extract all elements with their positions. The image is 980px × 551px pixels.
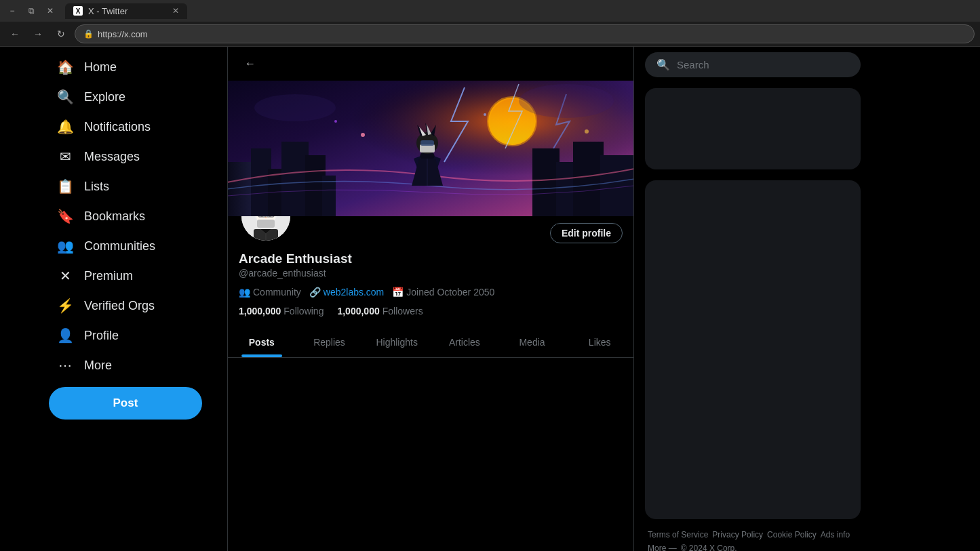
- svg-point-30: [519, 84, 614, 118]
- sidebar-item-label-notifications: Notifications: [84, 120, 151, 134]
- right-sidebar: 🔍 Search Terms of ServicePrivacy PolicyC…: [634, 47, 871, 551]
- search-icon: 🔍: [656, 58, 670, 71]
- sidebar-item-premium[interactable]: ✕ Premium: [49, 261, 219, 291]
- app-container: 🏠 Home 🔍 Explore 🔔 Notifications ✉ Messa…: [0, 47, 980, 551]
- svg-rect-10: [532, 148, 560, 216]
- tab-replies[interactable]: Replies: [296, 327, 364, 357]
- back-bar: ←: [228, 47, 633, 81]
- following-label: Following: [283, 306, 324, 317]
- main-content: ←: [227, 47, 634, 551]
- meta-community-text: Community: [253, 287, 301, 298]
- sidebar-item-lists[interactable]: 📋 Lists: [49, 171, 219, 201]
- svg-point-48: [265, 217, 267, 218]
- explore-icon: 🔍: [57, 89, 73, 105]
- sidebar: 🏠 Home 🔍 Explore 🔔 Notifications ✉ Messa…: [41, 47, 227, 551]
- meta-website-text: web2labs.com: [324, 287, 385, 298]
- tab-close-btn[interactable]: ✕: [172, 6, 179, 16]
- svg-rect-7: [281, 142, 309, 216]
- window-controls: − ⧉ ✕: [5, 6, 57, 16]
- tab-likes[interactable]: Likes: [566, 327, 633, 357]
- edit-profile-button[interactable]: Edit profile: [550, 223, 623, 243]
- svg-rect-13: [600, 155, 633, 216]
- tab-media[interactable]: Media: [498, 327, 566, 357]
- search-placeholder: Search: [677, 59, 709, 70]
- followers-stat[interactable]: 1,000,000 Followers: [337, 306, 423, 317]
- sidebar-item-label-profile: Profile: [84, 329, 119, 343]
- sidebar-item-bookmarks[interactable]: 🔖 Bookmarks: [49, 201, 219, 231]
- verified-orgs-icon: ⚡: [57, 298, 73, 314]
- sidebar-item-more[interactable]: ⋯ More: [49, 350, 219, 380]
- footer-link[interactable]: Ads info: [821, 530, 850, 539]
- tab-highlights[interactable]: Highlights: [363, 327, 431, 357]
- browser-titlebar: − ⧉ ✕ X X - Twitter ✕: [0, 0, 980, 22]
- browser-tab[interactable]: X X - Twitter ✕: [65, 3, 187, 19]
- browser-chrome: − ⧉ ✕ X X - Twitter ✕ ← → ↻ 🔒 https://x.…: [0, 0, 980, 47]
- tab-articles[interactable]: Articles: [431, 327, 498, 357]
- following-stat[interactable]: 1,000,000 Following: [239, 306, 324, 317]
- svg-point-32: [484, 113, 486, 116]
- tab-title: X - Twitter: [88, 6, 128, 16]
- url-text: https://x.com: [98, 29, 148, 39]
- sidebar-item-label-more: More: [84, 359, 112, 373]
- followers-label: Followers: [383, 306, 423, 317]
- profile-icon: 👤: [57, 327, 73, 344]
- sidebar-item-label-bookmarks: Bookmarks: [84, 209, 145, 224]
- forward-button[interactable]: →: [28, 24, 47, 43]
- sidebar-item-notifications[interactable]: 🔔 Notifications: [49, 112, 219, 142]
- svg-point-29: [254, 94, 336, 121]
- back-button[interactable]: ←: [5, 24, 24, 43]
- premium-icon: ✕: [57, 268, 73, 284]
- search-bar[interactable]: 🔍 Search: [645, 52, 861, 77]
- minimize-btn[interactable]: −: [5, 6, 19, 16]
- footer-link[interactable]: Cookie Policy: [767, 530, 817, 539]
- sidebar-item-home[interactable]: 🏠 Home: [49, 52, 219, 82]
- restore-btn[interactable]: ⧉: [24, 6, 38, 16]
- lock-icon: 🔒: [83, 29, 94, 39]
- svg-rect-23: [420, 140, 434, 146]
- svg-rect-4: [228, 162, 254, 216]
- svg-point-34: [334, 120, 337, 123]
- meta-community: 👥 Community: [239, 287, 301, 298]
- right-card-2: [645, 180, 861, 519]
- followers-count: 1,000,000: [337, 306, 379, 317]
- sidebar-item-label-messages: Messages: [84, 150, 140, 164]
- footer-link[interactable]: Terms of Service: [648, 530, 708, 539]
- tab-posts[interactable]: Posts: [228, 327, 296, 357]
- footer-link[interactable]: More —: [648, 544, 677, 551]
- tab-favicon: X: [73, 6, 83, 16]
- sidebar-item-profile[interactable]: 👤 Profile: [49, 321, 219, 350]
- follow-stats: 1,000,000 Following 1,000,000 Followers: [239, 306, 623, 317]
- lists-icon: 📋: [57, 178, 73, 195]
- meta-joined-text: Joined October 2050: [406, 287, 494, 298]
- sidebar-item-communities[interactable]: 👥 Communities: [49, 231, 219, 261]
- meta-joined: 📅 Joined October 2050: [392, 287, 494, 298]
- following-count: 1,000,000: [239, 306, 281, 317]
- community-icon: 👥: [239, 287, 250, 298]
- profile-back-button[interactable]: ←: [239, 52, 262, 75]
- footer-link[interactable]: © 2024 X Corp.: [681, 544, 737, 551]
- sidebar-item-label-premium: Premium: [84, 269, 133, 283]
- refresh-button[interactable]: ↻: [52, 24, 71, 43]
- sidebar-item-explore[interactable]: 🔍 Explore: [49, 82, 219, 112]
- home-icon: 🏠: [57, 59, 73, 75]
- notifications-icon: 🔔: [57, 119, 73, 135]
- sidebar-item-label-home: Home: [84, 60, 117, 75]
- username: @arcade_enthusiast: [239, 268, 623, 279]
- more-icon: ⋯: [57, 357, 73, 373]
- sidebar-item-label-lists: Lists: [84, 180, 109, 194]
- right-card-1: [645, 88, 861, 169]
- close-btn[interactable]: ✕: [43, 6, 57, 16]
- svg-rect-12: [573, 142, 604, 216]
- sidebar-item-messages[interactable]: ✉ Messages: [49, 142, 219, 171]
- messages-icon: ✉: [57, 148, 73, 165]
- footer-link[interactable]: Privacy Policy: [712, 530, 763, 539]
- post-button[interactable]: Post: [49, 387, 202, 420]
- sidebar-item-verified-orgs[interactable]: ⚡ Verified Orgs: [49, 291, 219, 321]
- address-bar[interactable]: 🔒 https://x.com: [75, 24, 975, 43]
- banner-art: [228, 81, 633, 216]
- calendar-icon: 📅: [392, 287, 404, 298]
- communities-icon: 👥: [57, 238, 73, 254]
- meta-website[interactable]: 🔗 web2labs.com: [309, 287, 385, 298]
- bookmarks-icon: 🔖: [57, 208, 73, 224]
- sidebar-item-label-explore: Explore: [84, 90, 125, 104]
